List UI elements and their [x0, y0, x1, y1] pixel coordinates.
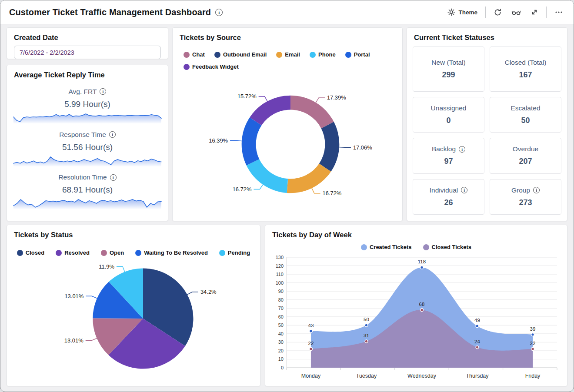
sparkline-chart[interactable]: [13, 198, 162, 209]
svg-text:Tuesday: Tuesday: [356, 373, 377, 379]
svg-text:49: 49: [474, 318, 480, 323]
info-icon[interactable]: i: [109, 131, 116, 138]
metric-avg-frt: Avg. FRT i 5.99 Hour(s): [7, 88, 168, 124]
ellipsis-icon: [554, 8, 563, 16]
svg-text:80: 80: [278, 297, 284, 302]
glasses-icon: [511, 8, 521, 16]
status-card-value: 97: [444, 157, 453, 166]
panel-title: Average Ticket Reply Time: [7, 65, 168, 79]
legend-item-email[interactable]: Email: [276, 51, 300, 58]
legend-item-feedback-widget[interactable]: Feedback Widget: [184, 63, 239, 70]
svg-text:43: 43: [308, 323, 314, 328]
page-title: Customer Ticket Traffic Management Dashb…: [9, 7, 211, 17]
fullscreen-button[interactable]: [529, 7, 540, 18]
ticket-statuses-panel: Current Ticket Statuses New (Total) 299 …: [407, 27, 567, 221]
legend-item-resolved[interactable]: Resolved: [56, 249, 90, 256]
legend-dot: [184, 52, 190, 58]
tickets-by-status-pie-chart[interactable]: 34.2%13.01%13.01%11.9%: [7, 256, 260, 381]
svg-text:100: 100: [276, 280, 284, 286]
dashboard-root: Customer Ticket Traffic Management Dashb…: [0, 0, 574, 392]
svg-text:34.2%: 34.2%: [200, 289, 217, 295]
source-legend: Chat Outbound Email Email Phone: [184, 51, 391, 70]
svg-text:39: 39: [530, 326, 536, 332]
info-icon[interactable]: i: [215, 9, 223, 16]
reply-time-panel: Average Ticket Reply Time Avg. FRT i 5.9…: [7, 65, 168, 221]
tickets-by-status-panel: Tickets by Status Closed Resolved Open: [7, 225, 260, 386]
status-legend: Closed Resolved Open Waiting To Be Resol…: [7, 249, 260, 256]
legend-item-portal[interactable]: Portal: [345, 51, 370, 58]
svg-text:40: 40: [278, 331, 284, 336]
dashboard-body: Created Date 7/6/2022 - 2/2/2023 Average…: [0, 24, 574, 392]
svg-text:16.72%: 16.72%: [323, 190, 342, 196]
metric-label: Response Time: [59, 131, 106, 139]
legend-item-chat[interactable]: Chat: [184, 51, 205, 58]
tickets-by-day-panel: Tickets by Day of Week Created Tickets C…: [265, 225, 567, 386]
info-icon[interactable]: i: [459, 146, 465, 153]
svg-text:0: 0: [281, 365, 284, 370]
status-card-value: 167: [519, 70, 532, 80]
tickets-by-day-area-chart[interactable]: 0102030405060708090100110120130MondayTue…: [265, 250, 567, 381]
info-icon[interactable]: i: [100, 88, 106, 95]
metric-response-time: Response Time i 51.56 Hour(s): [7, 131, 168, 167]
created-date-panel: Created Date 7/6/2022 - 2/2/2023: [7, 27, 168, 59]
svg-text:22: 22: [308, 341, 314, 346]
status-card-value: 299: [442, 70, 455, 80]
refresh-button[interactable]: [492, 7, 504, 18]
info-icon[interactable]: i: [461, 187, 467, 193]
theme-button[interactable]: Theme: [446, 7, 479, 18]
status-card-group: Groupi 273: [490, 179, 561, 215]
status-card-value: 207: [519, 157, 532, 166]
day-of-week-legend: Created Tickets Closed Tickets: [265, 244, 567, 250]
status-card-value: 26: [444, 198, 453, 207]
metric-resolution-time: Resolution Time i 68.91 Hour(s): [7, 173, 168, 209]
legend-dot: [17, 250, 23, 256]
legend-item-open[interactable]: Open: [101, 249, 124, 256]
legend-label: Created Tickets: [370, 244, 412, 250]
status-card-label: Unassigned: [431, 104, 467, 112]
svg-text:17.06%: 17.06%: [353, 144, 372, 151]
header: Customer Ticket Traffic Management Dashb…: [0, 0, 574, 24]
legend-item-closed-tickets[interactable]: Closed Tickets: [423, 244, 472, 250]
svg-text:90: 90: [278, 289, 284, 294]
svg-text:15.72%: 15.72%: [237, 93, 257, 100]
info-icon[interactable]: i: [533, 187, 540, 193]
svg-text:10: 10: [278, 356, 284, 362]
svg-text:50: 50: [364, 317, 369, 322]
svg-text:13.01%: 13.01%: [64, 337, 83, 344]
legend-label: Email: [285, 51, 300, 58]
sparkline-chart[interactable]: [13, 156, 162, 167]
tickets-by-source-donut-chart[interactable]: 17.39%17.06%16.72%16.72%16.39%15.72%: [173, 70, 402, 217]
svg-text:60: 60: [278, 314, 284, 319]
legend-label: Outbound Email: [223, 51, 267, 58]
status-card-backlog: Backlogi 97: [413, 138, 484, 173]
legend-item-phone[interactable]: Phone: [310, 51, 336, 58]
svg-text:120: 120: [276, 263, 284, 269]
legend-item-closed[interactable]: Closed: [17, 249, 44, 256]
status-card-value: 273: [519, 198, 532, 207]
divider: [546, 7, 547, 18]
legend-label: Phone: [318, 51, 336, 58]
svg-text:16.72%: 16.72%: [233, 186, 252, 193]
sparkline-chart[interactable]: [13, 113, 162, 124]
legend-label: Open: [110, 249, 124, 256]
legend-dot: [214, 52, 220, 58]
legend-item-pending[interactable]: Pending: [219, 249, 250, 256]
more-menu-button[interactable]: [553, 7, 565, 18]
date-range-input[interactable]: 7/6/2022 - 2/2/2023: [14, 46, 161, 59]
preview-button[interactable]: [510, 7, 523, 18]
legend-dot: [101, 250, 107, 256]
date-range-value: 7/6/2022 - 2/2/2023: [20, 49, 74, 56]
legend-item-created-tickets[interactable]: Created Tickets: [361, 244, 412, 250]
svg-text:118: 118: [418, 259, 426, 264]
svg-text:24: 24: [474, 339, 480, 344]
legend-item-outbound-email[interactable]: Outbound Email: [214, 51, 267, 58]
refresh-icon: [494, 8, 502, 17]
legend-label: Closed: [26, 249, 44, 256]
info-icon[interactable]: i: [110, 174, 117, 181]
panel-title: Created Date: [7, 28, 168, 42]
legend-item-waiting[interactable]: Waiting To Be Resolved: [135, 249, 208, 256]
svg-text:Friday: Friday: [525, 373, 541, 379]
panel-title: Tickets by Source: [173, 28, 402, 42]
metric-value: 68.91 Hour(s): [62, 185, 113, 195]
status-card-new-total: New (Total) 299: [413, 47, 484, 92]
